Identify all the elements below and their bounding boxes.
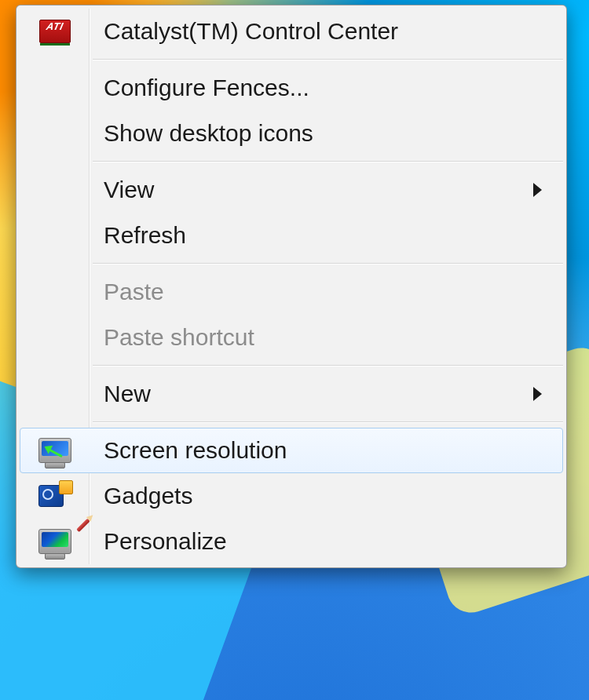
gadgets-icon — [20, 474, 90, 518]
menu-item-label: Configure Fences... — [90, 75, 309, 101]
screen-resolution-icon — [20, 428, 90, 472]
menu-item-paste: Paste — [20, 269, 563, 315]
menu-item-label: Paste shortcut — [90, 324, 254, 351]
menu-item-configure-fences[interactable]: Configure Fences... — [20, 65, 563, 111]
menu-item-catalyst-control-center[interactable]: ATI Catalyst(TM) Control Center — [20, 9, 563, 54]
menu-separator — [93, 59, 563, 60]
submenu-arrow-icon — [533, 387, 542, 401]
menu-item-label: Refresh — [90, 222, 186, 249]
menu-item-label: Catalyst(TM) Control Center — [90, 18, 398, 45]
menu-item-refresh[interactable]: Refresh — [20, 213, 563, 258]
menu-item-personalize[interactable]: Personalize — [20, 519, 563, 564]
menu-separator — [93, 365, 563, 366]
menu-separator — [93, 263, 563, 264]
menu-item-screen-resolution[interactable]: Screen resolution — [20, 428, 563, 473]
menu-item-label: Screen resolution — [90, 437, 287, 464]
menu-item-label: View — [90, 177, 154, 203]
menu-item-label: Gadgets — [90, 483, 192, 509]
personalize-icon — [20, 520, 90, 563]
menu-item-show-desktop-icons[interactable]: Show desktop icons — [20, 111, 563, 156]
menu-item-gadgets[interactable]: Gadgets — [20, 473, 563, 519]
menu-separator — [93, 161, 563, 162]
desktop-context-menu: ATI Catalyst(TM) Control Center Configur… — [16, 5, 567, 568]
submenu-arrow-icon — [533, 183, 542, 197]
menu-item-new[interactable]: New — [20, 371, 563, 417]
menu-item-paste-shortcut: Paste shortcut — [20, 315, 563, 360]
menu-item-view[interactable]: View — [20, 167, 563, 213]
menu-separator — [93, 421, 563, 423]
menu-item-label: Personalize — [90, 528, 227, 555]
menu-item-label: Show desktop icons — [90, 120, 313, 147]
ati-icon: ATI — [20, 9, 90, 53]
menu-item-label: Paste — [90, 279, 164, 305]
menu-item-label: New — [90, 381, 151, 407]
